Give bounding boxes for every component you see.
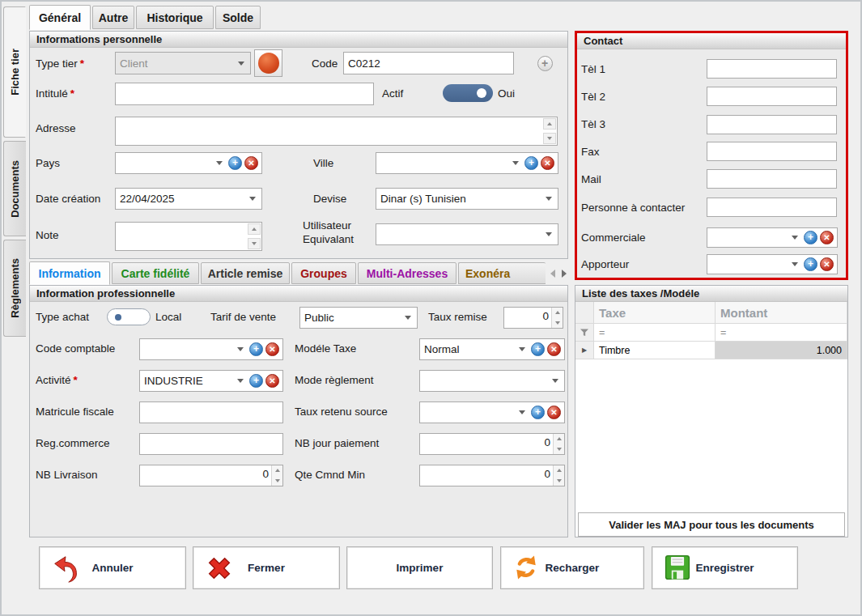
clear-pays-icon[interactable]: ✕ [244, 156, 258, 170]
row-indicator-arrow: ▶ [575, 342, 594, 359]
tab-article-remise[interactable]: Article remise [201, 262, 290, 284]
filter-taxe-cell[interactable]: = [594, 324, 716, 342]
filter-funnel-icon[interactable] [575, 324, 594, 342]
reg-commerce-input[interactable] [139, 433, 283, 455]
decrement-icon[interactable] [554, 444, 564, 455]
utilisateur-equivalant-combo[interactable] [376, 223, 558, 245]
code-comptable-combo[interactable]: + ✕ [139, 338, 283, 360]
pays-combo[interactable]: + ✕ [115, 152, 262, 174]
add-commerciale-icon[interactable]: + [804, 231, 817, 244]
type-achat-label: Type achat [36, 311, 89, 323]
fermer-button[interactable]: Fermer [193, 546, 340, 589]
imprimer-button[interactable]: Imprimer [346, 546, 493, 589]
add-taux-retenu-icon[interactable]: + [531, 406, 545, 419]
chevron-down-icon [519, 410, 525, 414]
tab-solde[interactable]: Solde [215, 6, 261, 29]
add-activite-icon[interactable]: + [249, 374, 263, 388]
clear-apporteur-icon[interactable]: ✕ [820, 257, 834, 271]
mode-reglement-combo[interactable] [419, 370, 565, 392]
personne-a-contacter-input[interactable] [707, 198, 837, 217]
increment-icon[interactable] [554, 434, 564, 444]
taux-retenu-source-combo[interactable]: + ✕ [419, 401, 565, 423]
increment-icon[interactable] [552, 308, 563, 318]
tel3-input[interactable] [707, 115, 837, 134]
side-tab-fiche-tier[interactable]: Fiche tier [3, 6, 26, 138]
valider-maj-button[interactable]: Valider les MAJ pour tous les documents [578, 512, 845, 537]
tab-carte-fidelite[interactable]: Carte fidélité [112, 262, 199, 284]
devise-combo[interactable]: Dinar (s) Tunisien [376, 188, 558, 210]
tel2-input[interactable] [707, 87, 837, 106]
adresse-input[interactable] [115, 117, 558, 146]
apporteur-combo[interactable]: + ✕ [707, 254, 838, 274]
add-ville-icon[interactable]: + [524, 156, 538, 170]
clear-ville-icon[interactable]: ✕ [541, 156, 554, 170]
fax-input[interactable] [707, 142, 837, 161]
side-tab-reglements[interactable]: Règlements [3, 240, 26, 337]
ville-combo[interactable]: + ✕ [376, 152, 558, 174]
clear-code-comptable-icon[interactable]: ✕ [265, 342, 279, 356]
commerciale-combo[interactable]: + ✕ [707, 227, 838, 248]
activite-combo[interactable]: INDUSTRIE + ✕ [139, 370, 283, 392]
taxes-indicator-header [575, 302, 594, 324]
scroll-up-icon[interactable] [248, 223, 261, 235]
mail-input[interactable] [707, 169, 837, 189]
scroll-down-icon[interactable] [543, 133, 556, 144]
montant-cell[interactable]: 1.000 [716, 342, 847, 359]
clear-taux-retenu-icon[interactable]: ✕ [547, 406, 561, 419]
add-code-button[interactable]: + [534, 53, 555, 74]
enregistrer-button[interactable]: Enregistrer [652, 546, 798, 589]
tier-color-button[interactable] [254, 49, 282, 77]
increment-icon[interactable] [272, 465, 282, 476]
add-pays-icon[interactable]: + [228, 156, 242, 170]
scroll-up-icon[interactable] [543, 118, 556, 130]
nb-livraison-label: NB Livraison [36, 469, 98, 481]
type-tier-combo[interactable]: Client [115, 52, 251, 74]
note-input[interactable] [115, 222, 262, 251]
taxes-col-montant[interactable]: Montant [716, 302, 847, 324]
tab-scroll-left-icon[interactable] [550, 270, 555, 278]
tab-autre[interactable]: Autre [92, 6, 134, 29]
date-creation-picker[interactable]: 22/04/2025 [115, 188, 262, 210]
type-achat-toggle[interactable] [107, 308, 151, 325]
intitule-input[interactable] [115, 83, 374, 105]
decrement-icon[interactable] [272, 476, 282, 486]
clear-activite-icon[interactable]: ✕ [265, 374, 279, 388]
nb-jour-paiement-stepper[interactable]: 0 [419, 433, 565, 455]
qte-cmnd-min-stepper[interactable]: 0 [419, 465, 565, 486]
taxes-col-taxe[interactable]: Taxe [594, 302, 716, 324]
filter-montant-cell[interactable]: = [716, 324, 847, 342]
tab-groupes[interactable]: Groupes [291, 262, 356, 284]
tab-historique[interactable]: Historique [136, 6, 214, 29]
taxe-cell[interactable]: Timbre [594, 342, 716, 359]
matricule-fiscale-input[interactable] [139, 401, 283, 423]
clear-commerciale-icon[interactable]: ✕ [820, 231, 834, 244]
clear-modele-taxe-icon[interactable]: ✕ [547, 342, 561, 356]
actif-toggle[interactable] [443, 84, 493, 102]
tab-information[interactable]: Information [29, 261, 110, 285]
record-circle-icon [258, 53, 279, 74]
tab-multi-adresses[interactable]: Multi-Adresses [358, 262, 456, 284]
add-code-comptable-icon[interactable]: + [249, 342, 263, 356]
nb-jour-value: 0 [420, 434, 553, 454]
modele-taxe-combo[interactable]: Normal + ✕ [419, 338, 565, 360]
tab-general[interactable]: Général [29, 5, 91, 30]
recharger-button[interactable]: Recharger [500, 546, 644, 589]
nb-livraison-stepper[interactable]: 0 [139, 465, 283, 486]
scroll-down-icon[interactable] [248, 238, 261, 249]
decrement-icon[interactable] [552, 318, 563, 329]
annuler-button[interactable]: Annuler [39, 546, 186, 589]
taux-remise-stepper[interactable]: 0 [503, 307, 563, 329]
code-input[interactable] [343, 52, 514, 74]
increment-icon[interactable] [554, 465, 564, 476]
add-modele-taxe-icon[interactable]: + [531, 342, 545, 356]
tab-scroll-right-icon[interactable] [562, 270, 567, 278]
tarif-de-vente-combo[interactable]: Public [299, 307, 418, 329]
tel1-input[interactable] [707, 59, 837, 79]
mail-label: Mail [581, 173, 601, 185]
add-apporteur-icon[interactable]: + [804, 257, 817, 271]
tab-exonera[interactable]: Exonéra [458, 262, 546, 284]
side-tab-documents[interactable]: Documents [3, 141, 26, 236]
type-achat-value-label: Local [155, 311, 181, 323]
matricule-fiscale-label: Matricule fiscale [36, 406, 114, 418]
decrement-icon[interactable] [554, 476, 564, 486]
